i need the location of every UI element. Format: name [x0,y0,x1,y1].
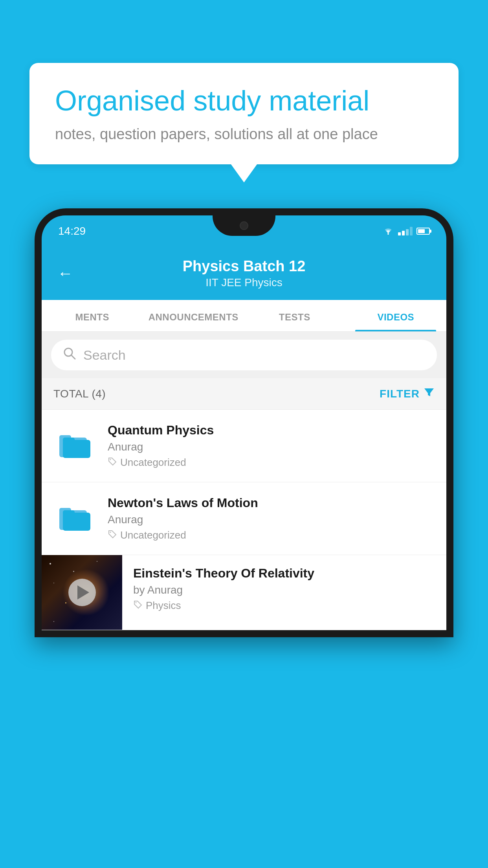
tag-icon [133,600,143,612]
svg-point-12 [110,531,111,533]
search-section: Search [42,332,446,378]
video-title: Quantum Physics [108,423,435,438]
video-tag: Uncategorized [108,456,435,469]
phone-screen: ← Physics Batch 12 IIT JEE Physics MENTS… [42,247,446,630]
video-title: Newton's Laws of Motion [108,496,435,510]
svg-rect-11 [63,510,75,516]
video-info: Newton's Laws of Motion Anurag Uncategor… [108,496,435,541]
tag-icon [108,530,117,541]
tab-announcements[interactable]: ANNOUNCEMENTS [143,300,244,331]
tab-tests[interactable]: TESTS [244,300,345,331]
video-thumbnail [42,555,122,630]
video-author: Anurag [108,513,435,526]
list-item[interactable]: Newton's Laws of Motion Anurag Uncategor… [42,482,446,555]
signal-icon [398,227,413,235]
tag-icon [108,457,117,469]
list-item[interactable]: Quantum Physics Anurag Uncategorized [42,410,446,482]
header-subtitle: IIT JEE Physics [85,276,403,289]
tab-ments[interactable]: MENTS [42,300,143,331]
speech-bubble-subtitle: notes, question papers, solutions all at… [55,126,433,143]
video-author: by Anurag [133,584,435,596]
play-button[interactable] [68,579,96,606]
svg-point-7 [110,459,111,460]
status-time: 14:29 [58,225,86,237]
folder-thumbnail [53,423,97,466]
list-item[interactable]: Einstein's Theory Of Relativity by Anura… [42,555,446,630]
phone-frame: 14:29 [35,208,453,868]
header-title-group: Physics Batch 12 IIT JEE Physics [85,258,403,289]
phone-notch [213,215,275,236]
svg-point-0 [387,233,389,235]
tabs-bar: MENTS ANNOUNCEMENTS TESTS VIDEOS [42,300,446,332]
filter-bar: TOTAL (4) FILTER [42,378,446,410]
video-tag: Physics [133,600,435,612]
svg-point-13 [136,602,137,603]
speech-bubble-title: Organised study material [55,85,433,117]
search-placeholder: Search [83,348,126,363]
speech-bubble: Organised study material notes, question… [29,63,459,164]
tab-videos[interactable]: VIDEOS [345,300,447,331]
search-icon [63,347,76,363]
svg-rect-6 [63,438,75,443]
search-bar[interactable]: Search [51,340,437,370]
app-header: ← Physics Batch 12 IIT JEE Physics [42,247,446,300]
video-author: Anurag [108,441,435,453]
status-bar: 14:29 [42,215,446,247]
wifi-icon [382,226,394,236]
video-tag: Uncategorized [108,529,435,541]
filter-button[interactable]: FILTER [380,387,435,401]
header-title: Physics Batch 12 [85,258,403,275]
back-button[interactable]: ← [57,265,73,282]
phone-outer: 14:29 [35,208,453,637]
battery-icon [416,228,430,235]
camera-dot [240,221,248,230]
svg-line-2 [71,355,75,359]
play-icon [77,585,89,600]
video-info: Quantum Physics Anurag Uncategorized [108,423,435,469]
total-count: TOTAL (4) [53,388,106,400]
filter-icon [424,387,435,401]
folder-thumbnail [53,496,97,539]
video-info: Einstein's Theory Of Relativity by Anura… [122,555,435,623]
video-title: Einstein's Theory Of Relativity [133,566,435,581]
status-icons [382,226,430,236]
video-list: Quantum Physics Anurag Uncategorized [42,410,446,630]
